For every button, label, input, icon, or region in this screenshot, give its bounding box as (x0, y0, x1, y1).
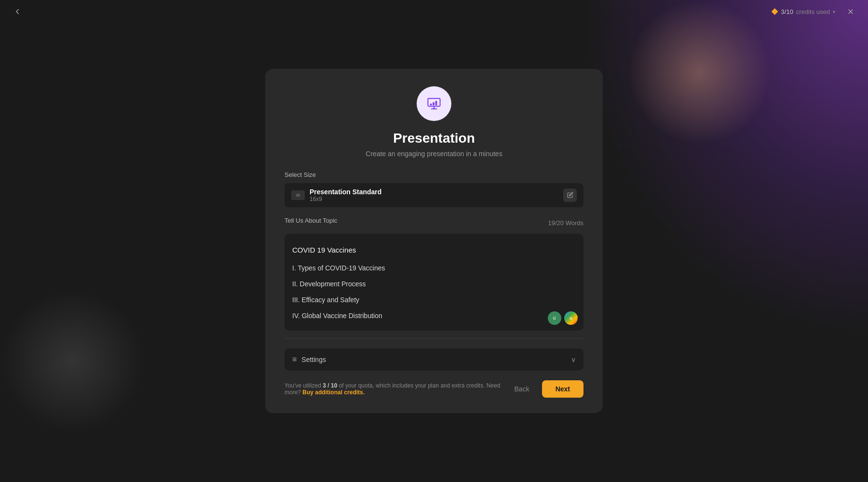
top-bar-left (10, 4, 25, 19)
presentation-icon (425, 95, 443, 112)
next-button[interactable]: Next (542, 380, 583, 398)
credits-suffix: credits used (796, 8, 830, 15)
select-size-label: Select Size (285, 171, 583, 178)
back-nav-button[interactable] (10, 4, 25, 19)
modal: Presentation Create an engaging presenta… (265, 69, 603, 414)
words-count: 19/20 Words (548, 219, 583, 227)
modal-overlay: Presentation Create an engaging presenta… (0, 0, 868, 482)
edit-size-button[interactable] (563, 188, 577, 202)
topic-icons-row: G G (548, 311, 578, 325)
footer-total: 10 (331, 382, 337, 389)
modal-subtitle: Create an engaging presentation in a min… (285, 150, 583, 158)
size-ratio: 16x9 (310, 196, 558, 202)
modal-footer: You've utilized 3 / 10 of your quota, wh… (285, 380, 583, 398)
modal-icon-circle (417, 86, 451, 121)
svg-text:G: G (553, 316, 556, 321)
diamond-icon (772, 8, 778, 15)
topic-line-3: III. Efficacy and Safety (292, 292, 576, 308)
close-button[interactable] (843, 4, 858, 19)
settings-row[interactable]: ≡ Settings ∨ (285, 348, 583, 371)
size-name: Presentation Standard (310, 188, 558, 196)
grammar-check-icon[interactable]: G (548, 311, 561, 325)
footer-buttons: Back Next (507, 380, 583, 398)
topic-label: Tell Us About Topic (285, 217, 338, 224)
settings-left: ≡ Settings (292, 355, 326, 364)
back-button[interactable]: Back (507, 381, 537, 397)
svg-rect-6 (433, 102, 434, 105)
buy-credits-link[interactable]: Buy additional credits. (302, 389, 365, 396)
topic-line-4: IV. Global Vaccine Distribution (292, 308, 576, 324)
size-name-wrap: Presentation Standard 16x9 (310, 188, 558, 202)
top-bar: 3/10 credits used ▾ (0, 0, 868, 23)
svg-rect-7 (435, 101, 437, 105)
footer-prefix: You've utilized (285, 382, 321, 389)
quota-text: You've utilized 3 / 10 of your quota, wh… (285, 382, 501, 396)
divider (285, 338, 583, 339)
modal-title: Presentation (285, 131, 583, 146)
settings-label: Settings (301, 356, 326, 363)
chevron-down-icon: ▾ (833, 9, 835, 14)
footer-used: 3 (323, 382, 326, 389)
size-icon (291, 190, 305, 200)
svg-text:G: G (570, 316, 572, 321)
modal-icon-wrapper (285, 86, 583, 121)
topic-header: Tell Us About Topic 19/20 Words (285, 217, 583, 229)
top-bar-right: 3/10 credits used ▾ (772, 4, 858, 19)
settings-icon: ≡ (292, 355, 297, 364)
topic-line-2: II. Development Process (292, 276, 576, 292)
topic-box[interactable]: COVID 19 Vaccines I. Types of COVID-19 V… (285, 234, 583, 331)
size-selector: Presentation Standard 16x9 (285, 183, 583, 207)
topic-line-0: COVID 19 Vaccines (292, 241, 576, 258)
topic-line-1: I. Types of COVID-19 Vaccines (292, 260, 576, 276)
svg-rect-5 (430, 104, 432, 106)
settings-chevron-icon: ∨ (571, 356, 576, 363)
google-grammar-icon[interactable]: G (564, 311, 578, 325)
credits-badge[interactable]: 3/10 credits used ▾ (772, 8, 835, 15)
credits-used-text: 3/10 (781, 8, 793, 15)
